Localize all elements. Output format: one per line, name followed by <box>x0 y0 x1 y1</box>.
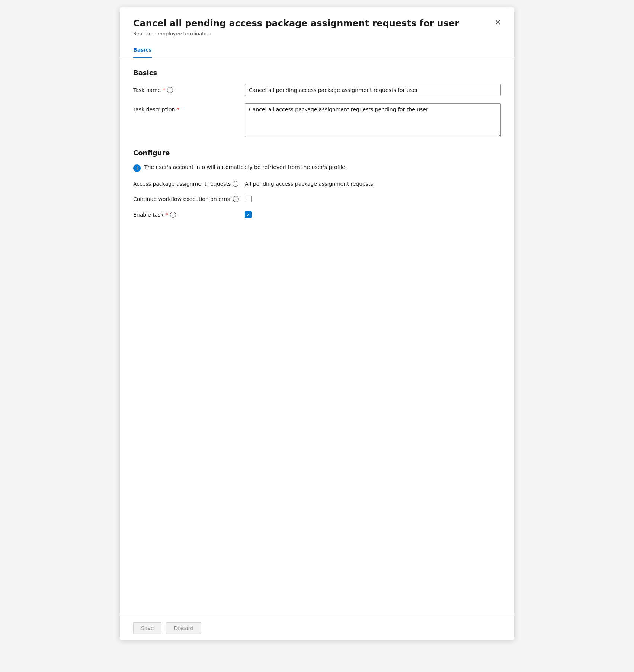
close-button[interactable]: ✕ <box>492 16 504 28</box>
enable-task-label: Enable task * i <box>133 212 245 218</box>
task-name-label: Task name * i <box>133 84 245 93</box>
continue-workflow-checkbox[interactable] <box>245 196 252 202</box>
configure-section: Configure i The user's account info will… <box>133 149 501 218</box>
enable-task-checkbox-wrapper[interactable]: ✓ <box>245 211 252 218</box>
dialog: Cancel all pending access package assign… <box>120 7 514 640</box>
dialog-footer: Save Discard <box>120 616 514 640</box>
configure-heading: Configure <box>133 149 501 157</box>
task-name-info-icon[interactable]: i <box>167 87 173 93</box>
info-banner-icon: i <box>133 164 141 172</box>
access-package-row: Access package assignment requests i All… <box>133 181 501 187</box>
enable-task-required: * <box>166 212 168 218</box>
enable-task-row: Enable task * i ✓ <box>133 211 501 218</box>
dialog-title: Cancel all pending access package assign… <box>133 18 501 29</box>
task-description-label: Task description * <box>133 103 245 112</box>
task-name-control <box>245 84 501 96</box>
basics-heading: Basics <box>133 69 501 77</box>
task-description-required: * <box>177 106 180 112</box>
continue-workflow-row: Continue workflow execution on error i <box>133 196 501 202</box>
continue-workflow-checkbox-wrapper[interactable] <box>245 196 252 202</box>
tabs-bar: Basics <box>120 42 514 58</box>
info-banner: i The user's account info will automatic… <box>133 164 501 172</box>
task-description-row: Task description * Cancel all access pac… <box>133 103 501 138</box>
access-package-info-icon[interactable]: i <box>233 181 238 187</box>
discard-button[interactable]: Discard <box>166 622 201 634</box>
dialog-subtitle: Real-time employee termination <box>133 31 501 36</box>
task-name-row: Task name * i <box>133 84 501 96</box>
access-package-value: All pending access package assignment re… <box>245 181 373 187</box>
checkmark-icon: ✓ <box>246 212 250 218</box>
task-description-input[interactable]: Cancel all access package assignment req… <box>245 103 501 137</box>
task-name-input[interactable] <box>245 84 501 96</box>
enable-task-checkbox[interactable]: ✓ <box>245 211 252 218</box>
continue-workflow-label: Continue workflow execution on error i <box>133 196 245 202</box>
access-package-label: Access package assignment requests i <box>133 181 245 187</box>
tab-basics[interactable]: Basics <box>133 42 152 58</box>
task-name-required: * <box>163 87 165 93</box>
enable-task-info-icon[interactable]: i <box>170 212 176 218</box>
save-button[interactable]: Save <box>133 622 161 634</box>
dialog-header: Cancel all pending access package assign… <box>120 7 514 42</box>
dialog-body: Basics Task name * i Task description * … <box>120 58 514 616</box>
info-banner-text: The user's account info will automatical… <box>144 164 347 170</box>
task-description-control: Cancel all access package assignment req… <box>245 103 501 138</box>
continue-workflow-info-icon[interactable]: i <box>233 196 239 202</box>
